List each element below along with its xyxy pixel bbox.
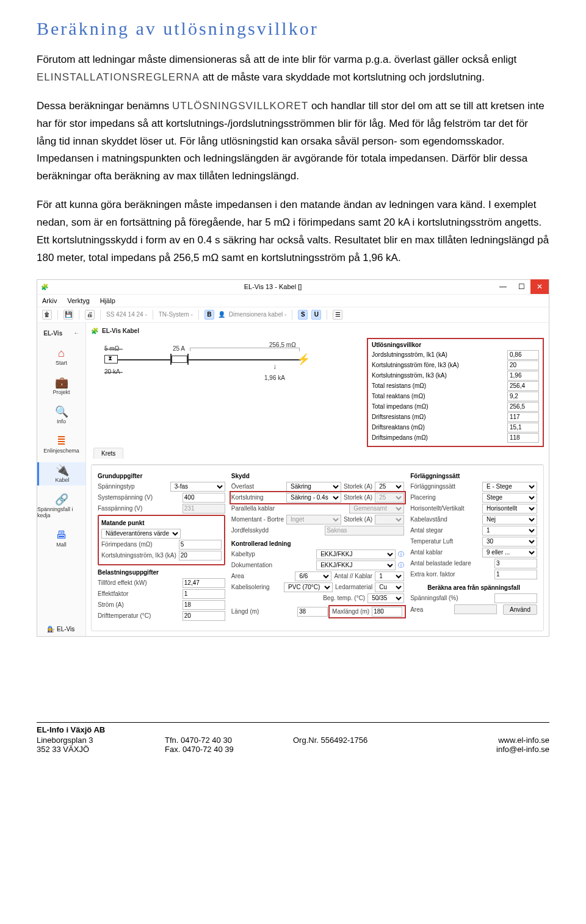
ekf-input[interactable] bbox=[494, 570, 537, 579]
app-icon: 🧩 bbox=[37, 284, 52, 290]
utlos-rtot-label: Total resistans (mΩ) bbox=[372, 382, 426, 389]
trash-icon[interactable]: 🗑 bbox=[42, 310, 52, 320]
utlos-ik1-value[interactable] bbox=[507, 350, 539, 360]
dtemp-input[interactable] bbox=[183, 611, 225, 621]
utlos-ztot-value[interactable] bbox=[507, 402, 539, 412]
plac-select[interactable]: Stege bbox=[482, 493, 537, 503]
utlos-ik3-value[interactable] bbox=[507, 371, 539, 381]
sidebar-item-start[interactable]: ⌂ Start bbox=[37, 345, 85, 368]
info-icon-2[interactable]: ⓘ bbox=[398, 561, 404, 570]
utlos-zdrift-value[interactable] bbox=[507, 433, 539, 443]
fsatt-select[interactable]: E - Stege bbox=[482, 482, 537, 492]
sidebar-label-mall: Mall bbox=[56, 542, 67, 548]
sidebar-back-button[interactable]: ← bbox=[74, 330, 79, 336]
menu-hjalp[interactable]: Hjälp bbox=[100, 297, 115, 304]
forimp-input[interactable] bbox=[179, 540, 222, 550]
sidebar-item-enlinje[interactable]: ≣ Enlinjeschema bbox=[37, 433, 85, 456]
lmat-select[interactable]: Cu bbox=[375, 582, 404, 592]
sidebar-item-info[interactable]: 🔍 Info bbox=[37, 404, 85, 427]
antk-select[interactable]: 1 bbox=[375, 571, 404, 581]
ktyp-select[interactable]: EKKJ/FKKJ bbox=[316, 550, 396, 559]
sidebar-item-spfall[interactable]: 🔗 Spänningsfall i kedja bbox=[37, 492, 85, 521]
fassp-label: Fasspänning (V) bbox=[98, 505, 180, 512]
link-icon: 🔗 bbox=[55, 494, 68, 505]
langd-input[interactable] bbox=[297, 607, 328, 617]
spf-label: Spänningsfall (%) bbox=[410, 595, 492, 601]
pf-input[interactable] bbox=[183, 589, 225, 599]
akab-select[interactable]: 9 eller ... bbox=[482, 548, 537, 557]
spf-input[interactable] bbox=[494, 593, 537, 603]
sidebar-label-spfall: Spänningsfall i kedja bbox=[37, 506, 85, 518]
over-select[interactable]: Säkring bbox=[286, 482, 341, 492]
menu-verktyg[interactable]: Verktyg bbox=[67, 297, 90, 304]
p1-lead: Förutom att ledningar måste dimensionera… bbox=[37, 54, 516, 65]
strom-input[interactable] bbox=[183, 600, 225, 610]
utlos-ik3f-value[interactable] bbox=[507, 360, 539, 370]
matik3-label: Kortslutningsström, Ik3 (kA) bbox=[101, 552, 176, 559]
strom-label: Ström (A) bbox=[98, 601, 180, 608]
jord-label: Jordfelsskydd bbox=[231, 527, 322, 534]
oversize-label: Storlek (A) bbox=[344, 483, 372, 490]
toolbar-dimlabel[interactable]: Dimensionera kabel - bbox=[229, 311, 287, 318]
matik3-input[interactable] bbox=[179, 551, 222, 560]
utlos-xdrift-value[interactable] bbox=[507, 423, 539, 432]
content-area: 🧩 EL-Vis Kabel 5 mΩ ⧗ 20 kA bbox=[86, 323, 549, 636]
tab-krets[interactable]: Krets bbox=[93, 448, 123, 459]
brace-icon bbox=[190, 348, 300, 351]
window-minimize-button[interactable]: — bbox=[494, 279, 512, 294]
tluft-select[interactable]: 30 bbox=[482, 537, 537, 546]
mat-src-select[interactable]: Nätleverantörens värde bbox=[101, 529, 181, 539]
utlos-xtot-value[interactable] bbox=[507, 392, 539, 401]
sptyp-select[interactable]: 3-fas bbox=[170, 482, 225, 492]
utlos-rdrift-value[interactable] bbox=[507, 412, 539, 422]
diagram-src-box: ⧗ bbox=[104, 355, 118, 364]
window-maximize-button[interactable]: ☐ bbox=[512, 279, 530, 294]
col-skydd: Skydd Överlast Säkring Storlek (A) 25 Ko… bbox=[231, 471, 404, 622]
syssp-input[interactable] bbox=[183, 493, 225, 503]
kiso-select[interactable]: PVC (70°C) bbox=[284, 582, 333, 592]
menu-arkiv[interactable]: Arkiv bbox=[42, 297, 57, 304]
window-close-button[interactable]: ✕ bbox=[530, 279, 549, 294]
area-select[interactable]: 6/6 bbox=[295, 571, 331, 581]
ekf-label: Extra korr. faktor bbox=[410, 571, 492, 578]
mom-label: Momentant - Bortre bbox=[231, 516, 284, 523]
sidebar-item-kabel[interactable]: 🔌 Kabel bbox=[37, 462, 85, 485]
hv-select[interactable]: Horisontellt bbox=[482, 504, 537, 514]
utlos-xtot-label: Total reaktans (mΩ) bbox=[372, 393, 425, 399]
oversize-select[interactable]: 25 bbox=[375, 482, 404, 492]
toolbar-person-icon[interactable]: 👤 bbox=[218, 311, 225, 318]
utlos-rdrift-label: Driftsresistans (mΩ) bbox=[372, 414, 426, 420]
paragraph-2: Dessa beräkningar benämns UTLÖSNINGSVILL… bbox=[37, 98, 549, 185]
info-icon[interactable]: ⓘ bbox=[398, 550, 404, 559]
over-label: Överlast bbox=[231, 483, 284, 490]
save-icon[interactable]: 💾 bbox=[63, 310, 73, 320]
toolbar-tnsystem[interactable]: TN-System - bbox=[159, 311, 193, 318]
asteg-select[interactable]: 1 bbox=[482, 526, 537, 535]
toolbar-ss-label[interactable]: SS 424 14 24 - bbox=[106, 311, 147, 318]
toolbar-b-button[interactable]: B bbox=[204, 310, 214, 320]
btemp-select[interactable]: 50/35 bbox=[367, 593, 404, 603]
p1-tail: att de måste vara skyddade mot kortslutn… bbox=[203, 71, 485, 83]
footer-addr2: 352 33 VÄXJÖ bbox=[37, 745, 165, 754]
app-screenshot: 🧩 EL-Vis 13 - Kabel [] — ☐ ✕ Arkiv Verkt… bbox=[37, 279, 549, 637]
toolbar-list-icon[interactable]: ☰ bbox=[333, 310, 342, 320]
kav-select[interactable]: Nej bbox=[482, 515, 537, 525]
sidebar-item-mall[interactable]: 🖶 Mall bbox=[37, 527, 85, 550]
kort-select[interactable]: Säkring - 0.4s bbox=[286, 493, 341, 503]
abled-input[interactable] bbox=[494, 559, 537, 568]
briefcase-icon: 💼 bbox=[55, 377, 68, 388]
anvand-button[interactable]: Använd bbox=[503, 604, 537, 615]
toolbar-u-button[interactable]: U bbox=[311, 310, 321, 320]
maxl-input[interactable] bbox=[372, 607, 402, 617]
print-icon[interactable]: 🖨 bbox=[85, 310, 95, 320]
dok-select[interactable]: EKKJ/FKKJ bbox=[316, 560, 396, 570]
eff-input[interactable] bbox=[183, 578, 225, 588]
toolbar-s-button[interactable]: S bbox=[298, 310, 308, 320]
utlos-rtot-value[interactable] bbox=[507, 381, 539, 391]
home-icon: ⌂ bbox=[58, 348, 65, 359]
down-arrow-icon: ↓ bbox=[273, 362, 277, 371]
p2-lead: Dessa beräkningar benämns bbox=[37, 100, 172, 112]
sidebar-item-projekt[interactable]: 💼 Projekt bbox=[37, 374, 85, 398]
lmat-label: Ledarmaterial bbox=[335, 584, 372, 590]
forimp-label: Förimpedans (mΩ) bbox=[101, 541, 176, 548]
